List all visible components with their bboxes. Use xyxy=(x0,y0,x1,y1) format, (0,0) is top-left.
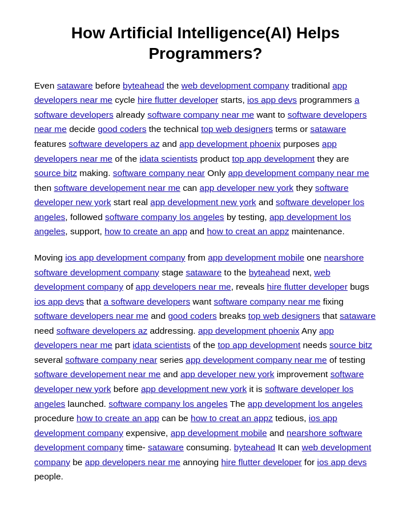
link-app-development-phoenix-1[interactable]: app development phoenix xyxy=(179,139,281,149)
link-app-developers-near-me-3[interactable]: app developers near me xyxy=(136,282,231,291)
link-good-coders-2[interactable]: good coders xyxy=(168,311,216,321)
link-software-developers-az-1[interactable]: software developers az xyxy=(68,139,159,149)
link-ios-app-development-company-1[interactable]: ios app development company xyxy=(65,253,185,262)
link-top-app-development-2[interactable]: top app development xyxy=(217,340,300,350)
link-app-development-mobile-2[interactable]: app development mobile xyxy=(171,428,267,438)
link-source-bitz-2[interactable]: source bitz xyxy=(329,340,372,350)
link-software-developement-near-me-1[interactable]: software developement near me xyxy=(54,183,180,193)
link-how-to-create-an-app-2[interactable]: how to create an app xyxy=(76,413,159,423)
link-hire-flutter-developer-1[interactable]: hire flutter developer xyxy=(138,95,218,105)
link-sataware-5[interactable]: sataware xyxy=(148,442,184,452)
link-good-coders-1[interactable]: good coders xyxy=(98,124,146,134)
link-how-to-creat-an-appz-1[interactable]: how to creat an appz xyxy=(207,226,289,236)
link-idata-scientists-2[interactable]: idata scientists xyxy=(132,340,191,350)
link-app-development-new-york-1[interactable]: app development new york xyxy=(150,197,256,207)
link-software-company-los-angeles-1[interactable]: software company los angeles xyxy=(105,212,224,222)
link-byteahead-2[interactable]: byteahead xyxy=(249,267,290,277)
link-top-web-designers-2[interactable]: top web designers xyxy=(248,311,320,321)
paragraph-1: Even sataware before byteahead the web d… xyxy=(34,78,377,239)
link-app-development-los-angeles-2[interactable]: app development los angeles xyxy=(248,399,363,409)
link-top-app-development-1[interactable]: top app development xyxy=(232,154,315,163)
link-software-company-near-me-2[interactable]: software company near me xyxy=(214,297,321,306)
link-sataware-4[interactable]: sataware xyxy=(340,311,376,321)
link-app-development-company-near-me-1[interactable]: app development company near me xyxy=(228,168,369,178)
link-sataware-1[interactable]: sataware xyxy=(57,81,93,90)
link-software-company-los-angeles-2[interactable]: software company los angeles xyxy=(108,399,228,409)
link-top-web-designers-1[interactable]: top web designers xyxy=(201,124,273,134)
link-software-company-near-2[interactable]: software company near xyxy=(65,355,157,365)
link-ios-app-devs-3[interactable]: ios app devs xyxy=(317,457,366,467)
link-byteahead-3[interactable]: byteahead xyxy=(234,442,275,452)
link-app-developer-new-york-2[interactable]: app developer new york xyxy=(180,369,275,379)
link-web-development-company-1[interactable]: web development company xyxy=(182,81,289,90)
link-software-developers-az-2[interactable]: software developers az xyxy=(57,326,147,335)
link-source-bitz-1[interactable]: source bitz xyxy=(34,168,77,178)
link-hire-flutter-developer-2[interactable]: hire flutter developer xyxy=(267,282,348,291)
link-ios-app-devs-1[interactable]: ios app devs xyxy=(247,95,297,105)
link-byteahead-1[interactable]: byteahead xyxy=(123,81,164,90)
link-software-developers-near-me-2[interactable]: software developers near me xyxy=(34,311,148,321)
paragraph-2: Moving ios app development company from … xyxy=(34,250,377,484)
link-software-developement-near-me-2[interactable]: software developement near me xyxy=(34,369,160,379)
link-how-to-creat-an-appz-2[interactable]: how to creat an appz xyxy=(191,413,273,423)
link-how-to-create-an-app-1[interactable]: how to create an app xyxy=(104,226,187,236)
link-software-company-near-me-1[interactable]: software company near me xyxy=(147,110,254,119)
link-sataware-3[interactable]: sataware xyxy=(186,267,221,277)
link-idata-scientists-1[interactable]: idata scientists xyxy=(139,154,198,163)
link-app-developers-near-me-5[interactable]: app developers near me xyxy=(85,457,180,467)
link-hire-flutter-developer-3[interactable]: hire flutter developer xyxy=(221,457,301,467)
link-software-company-near-1[interactable]: software company near xyxy=(113,168,205,178)
link-sataware-2[interactable]: sataware xyxy=(310,124,346,134)
link-app-development-new-york-2[interactable]: app development new york xyxy=(141,384,247,394)
link-a-software-developers-2[interactable]: a software developers xyxy=(104,297,191,306)
link-app-developer-new-york-1[interactable]: app developer new york xyxy=(200,183,294,193)
link-app-development-mobile-1[interactable]: app development mobile xyxy=(208,253,304,262)
link-ios-app-devs-2[interactable]: ios app devs xyxy=(34,297,84,306)
link-app-development-company-near-me-2[interactable]: app development company near me xyxy=(186,355,327,365)
link-app-development-phoenix-2[interactable]: app development phoenix xyxy=(198,326,300,335)
page-title: How Artificial Intelligence(AI) Helps Pr… xyxy=(34,23,377,65)
